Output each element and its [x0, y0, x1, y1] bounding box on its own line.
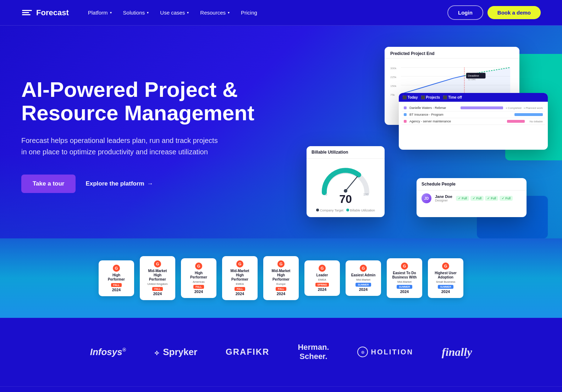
g2-logo: G: [401, 263, 408, 270]
svg-text:Deadline: Deadline: [468, 74, 479, 77]
hero-section: AI-Powered Project & Resource Management…: [0, 26, 562, 238]
billable-card-title: Billable Utilization: [307, 146, 385, 159]
g2-logo: G: [360, 265, 367, 272]
schedule-row: JD Jane Doe Designer ✓ Full ✓ Full ✓ Ful…: [417, 191, 527, 206]
badge-easiest-biz: G Easiest To Do Business With Mid-Market…: [387, 258, 422, 298]
gauge-legend: Company Target Billable Utilization: [316, 209, 375, 212]
g2-logo: G: [195, 263, 202, 270]
explore-platform-button[interactable]: Explore the platform →: [86, 180, 153, 187]
chevron-down-icon: ▾: [147, 11, 149, 15]
schedule-tags: ✓ Full ✓ Full ✓ Full ✓ Full: [456, 196, 513, 201]
gauge-container: 0 100 70 Company Target Billable Utiliza…: [307, 159, 385, 217]
badge-midmarket-uk: G Mid-Market High Performer United Kingd…: [140, 256, 175, 300]
billable-utilization-card: Billable Utilization 0 100 70 Company Ta…: [307, 146, 385, 217]
badge-high-performer-americas: G High Performer Americas FALL 2024: [181, 258, 216, 298]
res-bar: [514, 113, 543, 116]
holition-icon: ◎: [357, 347, 368, 357]
nav-usecases[interactable]: Use cases ▾: [155, 7, 194, 18]
g2-logo: G: [154, 260, 161, 267]
logo-text: Forecast: [36, 8, 69, 17]
res-bar: [461, 106, 503, 109]
chevron-down-icon: ▾: [187, 11, 189, 15]
hero-title: AI-Powered Project & Resource Management: [21, 78, 263, 125]
client-herman-scheer: Herman.Scheer.: [298, 343, 329, 361]
g2-logo: G: [442, 263, 449, 270]
client-spryker: ⟡ Spryker: [154, 347, 197, 358]
resource-row: Danielle Waters - Rebmar ▪ Completed ▪ P…: [402, 105, 545, 111]
schedule-people-card: Schedule People JD Jane Doe Designer ✓ F…: [417, 178, 527, 217]
svg-text:0: 0: [325, 193, 327, 196]
hero-visuals: Predicted Project End 300k 225k 150k 75k: [299, 47, 548, 224]
client-holition: ◎ HOLITION: [357, 347, 413, 357]
person-info: Jane Doe Designer: [435, 194, 452, 202]
badge-leader-emea: G Leader EMEA SPRING 2024: [304, 260, 340, 296]
resource-table-body: Danielle Waters - Rebmar ▪ Completed ▪ P…: [399, 102, 548, 128]
client-finally: finally: [442, 346, 472, 359]
hero-buttons: Take a tour Explore the platform →: [21, 175, 263, 193]
nav-platform[interactable]: Platform ▾: [83, 7, 117, 18]
forecast-logo-icon: [21, 7, 33, 18]
svg-text:100: 100: [363, 193, 369, 196]
badge-highest-adoption: G Highest User Adoption Small Business S…: [428, 258, 463, 298]
svg-text:75k: 75k: [390, 93, 395, 96]
badges-section: G High Performer FALL 2024 G Mid-Market …: [0, 238, 562, 318]
badge-midmarket-emea: G Mid-Market High Performer EMEA FALL 20…: [222, 256, 258, 300]
svg-point-18: [344, 189, 347, 193]
svg-text:150k: 150k: [390, 84, 396, 88]
nav-pricing[interactable]: Pricing: [236, 7, 262, 18]
navigation: Forecast Platform ▾ Solutions ▾ Use case…: [0, 0, 562, 26]
client-infosys: Infosys®: [90, 347, 126, 358]
g2-logo: G: [113, 265, 120, 272]
nav-resources[interactable]: Resources ▾: [195, 7, 235, 18]
chevron-down-icon: ▾: [228, 11, 230, 15]
hero-subtitle: Forecast helps operational leaders plan,…: [21, 135, 220, 158]
g2-logo: G: [277, 260, 285, 267]
clients-section: Infosys® ⟡ Spryker GRAFIKR Herman.Scheer…: [0, 318, 562, 386]
svg-line-17: [346, 177, 357, 191]
res-color-dot: [404, 106, 407, 109]
book-demo-button[interactable]: Book a demo: [487, 6, 541, 19]
gauge-value: 70: [339, 193, 352, 206]
schedule-card-header: Schedule People: [417, 178, 527, 191]
hero-content: AI-Powered Project & Resource Management…: [21, 78, 263, 193]
take-tour-button[interactable]: Take a tour: [21, 175, 76, 193]
res-bar: [507, 120, 525, 123]
client-grafikr: GRAFIKR: [226, 347, 269, 357]
resource-row: BT Insurance - Program: [402, 111, 545, 118]
gauge-svg: 0 100: [319, 164, 372, 196]
login-button[interactable]: Login: [447, 5, 483, 20]
res-color-dot: [404, 113, 407, 116]
resource-row: Agency - server maintenance No billable: [402, 118, 545, 125]
chevron-down-icon: ▾: [110, 11, 112, 15]
res-color-dot: [404, 120, 407, 123]
svg-text:225k: 225k: [390, 76, 396, 79]
svg-rect-2: [22, 14, 31, 15]
badge-midmarket-europe: G Mid-Market High Performer Europe FALL …: [263, 256, 299, 300]
g2-logo: G: [236, 260, 243, 267]
svg-text:12 Dec: 12 Dec: [468, 78, 476, 81]
nav-actions: Login Book a demo: [447, 5, 541, 20]
badge-easiest-admin: G Easiest Admin Mid-Market SUMMER 2024: [346, 260, 381, 296]
resource-table-card: ⬛ Today ⬛ Projects ⬛ Time off Danielle W…: [399, 93, 548, 150]
nav-links: Platform ▾ Solutions ▾ Use cases ▾ Resou…: [83, 7, 447, 18]
svg-text:300k: 300k: [390, 67, 396, 70]
logo[interactable]: Forecast: [21, 7, 69, 18]
g2-logo: G: [319, 265, 326, 272]
avatar: JD: [422, 193, 431, 203]
predicted-card-header: Predicted Project End: [385, 47, 519, 59]
nav-solutions[interactable]: Solutions ▾: [118, 7, 154, 18]
svg-rect-1: [22, 12, 29, 13]
badge-high-performer-fall: G High Performer FALL 2024: [99, 260, 134, 296]
svg-rect-0: [22, 10, 32, 11]
arrow-right-icon: →: [147, 180, 153, 187]
resource-card-header: ⬛ Today ⬛ Projects ⬛ Time off: [399, 93, 548, 102]
bottom-cta-section: WE KNOW WHAT'S HOLDING YOU BACK: [0, 386, 562, 392]
